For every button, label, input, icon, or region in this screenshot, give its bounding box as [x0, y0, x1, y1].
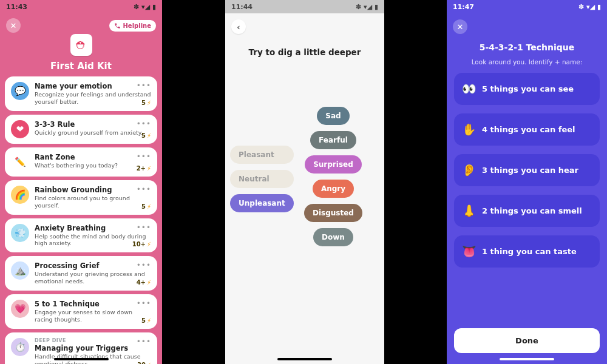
more-icon[interactable]: •••	[137, 81, 151, 90]
emotion-chip[interactable]: Surprised	[305, 155, 362, 174]
sense-text: 3 things you can hear	[482, 166, 578, 175]
card-subtitle: Quickly ground yourself from anxiety.	[35, 129, 151, 136]
card-title: 3-3-3 Rule	[35, 120, 151, 129]
bolt-icon: ⚡	[147, 132, 151, 139]
emotion-chip[interactable]: Disgusted	[304, 204, 362, 222]
done-button[interactable]: Done	[454, 328, 600, 353]
sense-text: 4 things you can feel	[482, 125, 575, 134]
helpline-button[interactable]: Helpline	[109, 20, 157, 32]
bolt-icon: ⚡	[147, 241, 151, 248]
sense-emoji-icon: 👀	[462, 82, 475, 96]
more-icon[interactable]: •••	[137, 261, 151, 269]
sense-emoji-icon: 👃	[462, 204, 475, 218]
sense-text: 1 thing you can taste	[482, 247, 577, 256]
home-indicator	[277, 358, 332, 360]
card-title: Rainbow Grounding	[35, 186, 151, 194]
close-button[interactable]: ✕	[453, 19, 467, 34]
back-button[interactable]: ‹	[231, 19, 246, 34]
valence-chip[interactable]: Neutral	[230, 170, 294, 188]
card-reward: 5 ⚡	[141, 317, 151, 324]
card-reward: 4+ ⚡	[137, 279, 151, 286]
card-icon: ⏱️	[11, 338, 29, 356]
sense-card[interactable]: 👅1 thing you can taste	[454, 235, 600, 268]
card-icon: ✏️	[11, 153, 29, 171]
more-icon[interactable]: •••	[137, 337, 151, 346]
card-icon: 💬	[11, 82, 29, 100]
emotion-chip[interactable]: Fearful	[310, 131, 356, 149]
sense-card[interactable]: 👃2 things you can smell	[454, 195, 600, 227]
close-button[interactable]: ✕	[6, 18, 21, 33]
more-icon[interactable]: •••	[137, 299, 151, 308]
page-title: Try to dig a little deeper	[225, 47, 384, 57]
status-time: 11:47	[453, 3, 474, 11]
bolt-icon: ⚡	[147, 317, 151, 324]
card-title: Anxiety Breathing	[35, 224, 151, 232]
sense-card[interactable]: 👀5 things you can see	[454, 73, 600, 105]
card-title: Processing Grief	[35, 261, 151, 270]
sense-emoji-icon: 👂	[462, 163, 475, 177]
card-icon: 🌈	[11, 186, 29, 204]
activity-card[interactable]: ✏️Rant ZoneWhat's bothering you today?••…	[5, 147, 157, 177]
card-subtitle: What's bothering you today?	[35, 162, 151, 169]
screen-emotion-picker: 11:44 ✽ ▾◢ ▮ ‹ Try to dig a little deepe…	[225, 0, 384, 364]
card-icon: 💗	[11, 300, 29, 318]
bolt-icon: ⚡	[147, 165, 151, 172]
sense-emoji-icon: ✋	[462, 123, 475, 136]
card-title: Name your emotion	[35, 82, 151, 90]
page-title: 5-4-3-2-1 Technique	[447, 42, 607, 52]
card-eyebrow: DEEP DIVE	[35, 338, 151, 343]
activity-card[interactable]: 💬Name your emotionRecognize your feeling…	[5, 76, 157, 111]
card-subtitle: Engage your senses to slow down racing t…	[35, 309, 151, 323]
activity-card[interactable]: 💨Anxiety BreathingHelp soothe the mind a…	[5, 218, 157, 253]
valence-chip[interactable]: Pleasant	[230, 146, 294, 164]
card-subtitle: Find colors around you to ground yoursel…	[35, 195, 151, 209]
card-reward: 30 ⚡	[137, 362, 151, 365]
page-title: First Aid Kit	[50, 61, 112, 72]
status-bar: 11:43 ✽ ▾◢ ▮	[0, 0, 162, 13]
card-reward: 2+ ⚡	[137, 165, 151, 172]
card-icon: 💨	[11, 224, 29, 242]
more-icon[interactable]: •••	[137, 223, 151, 232]
sense-text: 5 things you can see	[482, 84, 574, 93]
activity-card[interactable]: ⛰️Processing GriefUnderstand your grievi…	[5, 256, 157, 291]
card-icon: ❤	[11, 120, 29, 138]
emotion-chip[interactable]: Down	[313, 228, 353, 246]
sense-card[interactable]: ✋4 things you can feel	[454, 113, 600, 146]
bolt-icon: ⚡	[147, 99, 151, 106]
activity-card[interactable]: 🌈Rainbow GroundingFind colors around you…	[5, 180, 157, 215]
bolt-icon: ⚡	[147, 279, 151, 286]
page-subtitle: Look around you. Identify + name:	[447, 58, 607, 66]
sense-card[interactable]: 👂3 things you can hear	[454, 154, 600, 186]
card-reward: 5 ⚡	[141, 99, 151, 106]
valence-chip[interactable]: Unpleasant	[230, 194, 294, 212]
status-icons: ✽ ▾◢ ▮	[134, 3, 156, 11]
card-title: Rant Zone	[35, 153, 151, 161]
more-icon[interactable]: •••	[137, 185, 151, 194]
sense-emoji-icon: 👅	[462, 244, 475, 258]
screen-first-aid-kit: 11:43 ✽ ▾◢ ▮ ✕ Helpline ⛑ First Aid Kit …	[0, 0, 162, 364]
card-title: 5 to 1 Technique	[35, 300, 151, 308]
helpline-label: Helpline	[123, 22, 152, 29]
activity-card[interactable]: 💗5 to 1 TechniqueEngage your senses to s…	[5, 294, 157, 329]
home-indicator	[54, 358, 109, 360]
more-icon[interactable]: •••	[137, 152, 151, 161]
status-icons: ✽ ▾◢ ▮	[578, 3, 601, 11]
first-aid-icon: ⛑	[70, 34, 92, 56]
card-title: Managing your Triggers	[35, 344, 151, 352]
bolt-icon: ⚡	[147, 203, 151, 210]
activity-card[interactable]: ❤3-3-3 RuleQuickly ground yourself from …	[5, 115, 157, 144]
phone-icon	[114, 22, 121, 29]
card-subtitle: Recognize your feelings and understand y…	[35, 91, 151, 106]
card-icon: ⛰️	[11, 261, 29, 280]
emotion-chip[interactable]: Sad	[317, 107, 349, 125]
bolt-icon: ⚡	[147, 362, 151, 365]
card-reward: 10+ ⚡	[132, 241, 151, 248]
card-reward: 5 ⚡	[141, 132, 151, 139]
emotion-chip[interactable]: Angry	[313, 180, 354, 198]
status-icons: ✽ ▾◢ ▮	[356, 3, 378, 11]
card-subtitle: Understand your grieving process and emo…	[35, 271, 151, 285]
screen-54321-technique: 11:47 ✽ ▾◢ ▮ ✕ 5-4-3-2-1 Technique Look …	[447, 0, 607, 364]
status-bar: 11:47 ✽ ▾◢ ▮	[447, 0, 607, 13]
home-indicator	[500, 358, 554, 360]
more-icon[interactable]: •••	[137, 120, 151, 128]
